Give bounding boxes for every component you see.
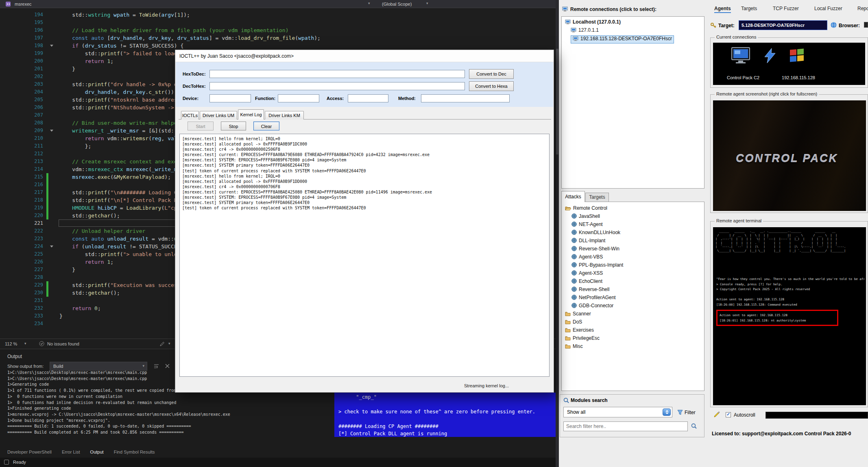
tab-local-fuzzer[interactable]: Local Fuzzer bbox=[814, 6, 842, 11]
hextodec-input[interactable] bbox=[209, 70, 465, 78]
output-panel-title: Output bbox=[7, 354, 22, 359]
line-number: 207 bbox=[0, 111, 43, 119]
line-number: 230 bbox=[0, 289, 43, 297]
remote-agent-screenshot[interactable]: CONTROL PACK bbox=[713, 100, 866, 211]
attack-category[interactable]: Exercises bbox=[565, 327, 594, 335]
filter-label[interactable]: Filter bbox=[685, 410, 696, 415]
code-line[interactable]: 195 bbox=[0, 19, 556, 26]
attack-category[interactable]: Remote Control bbox=[565, 205, 607, 213]
stop-button[interactable]: Stop bbox=[221, 122, 246, 130]
autoscroll-checkbox[interactable] bbox=[726, 412, 731, 417]
remote-agent-terminal[interactable]: ______ ______ .__ __. .___________..____… bbox=[713, 227, 866, 405]
zoom-level[interactable]: 112 % bbox=[5, 341, 17, 346]
function-input[interactable] bbox=[278, 94, 319, 102]
attacks-tree[interactable]: Remote ControlJavaShellNET-AgentKnownDLL… bbox=[561, 202, 704, 391]
target-input[interactable]: 5.128-DESKTOP-OA7E0FHscr bbox=[739, 20, 827, 30]
line-number: 231 bbox=[0, 297, 43, 304]
editor-vertical-scrollbar[interactable] bbox=[556, 0, 559, 467]
attack-module[interactable]: KnownDLLUnHook bbox=[571, 230, 620, 238]
chevron-down-icon[interactable]: ▾ bbox=[168, 341, 170, 345]
attack-module[interactable]: Agent-VBS bbox=[571, 254, 603, 262]
pencil-icon[interactable] bbox=[159, 341, 165, 348]
clear-button[interactable]: Clear bbox=[253, 122, 279, 130]
attack-category[interactable]: PrivilegeEsc bbox=[565, 335, 600, 343]
start-button[interactable]: Start bbox=[188, 122, 214, 130]
kernel-log-line: [msrexec.test] current: EPROCESS=FFFF8A0… bbox=[182, 152, 547, 157]
chevron-down-icon[interactable]: ▾ bbox=[368, 1, 370, 5]
scrollbar-thumb[interactable] bbox=[556, 49, 558, 154]
attack-module[interactable]: Agent-XSS bbox=[571, 270, 603, 278]
connection-tree-item[interactable]: 192.168.115.128-DESKTOP-OA7E0FHscr bbox=[571, 35, 674, 43]
dectohex-input[interactable] bbox=[209, 82, 465, 90]
clear-all-icon[interactable] bbox=[165, 363, 170, 370]
ioctl-title-bar[interactable]: IOCTL++ by Juan Sacco <jsacco@exploitpac… bbox=[175, 50, 554, 62]
convert-to-hexa-button[interactable]: Convert to Hexa bbox=[469, 81, 514, 91]
code-line[interactable]: 194 std::wstring wpath = ToWide(argv[1])… bbox=[0, 11, 556, 19]
brush-icon[interactable] bbox=[713, 411, 720, 419]
attack-module[interactable]: EchoClient bbox=[571, 278, 602, 287]
method-input[interactable] bbox=[421, 94, 510, 102]
attack-module[interactable]: DLL-Implant bbox=[571, 238, 605, 246]
fold-chevron-icon[interactable] bbox=[50, 130, 53, 132]
search-icon[interactable] bbox=[691, 423, 697, 430]
search-filter-input[interactable] bbox=[563, 421, 688, 431]
show-all-dropdown[interactable]: Show all bbox=[563, 407, 672, 417]
attack-module[interactable]: JavaShell bbox=[571, 213, 600, 222]
tab-output[interactable]: Output bbox=[90, 450, 104, 454]
code-line[interactable]: 196 // Load the helper driver from a fil… bbox=[0, 26, 556, 34]
tab-tcp-fuzzer[interactable]: TCP Fuzzer bbox=[773, 6, 799, 11]
output-source-dropdown[interactable]: Build ▾ bbox=[50, 362, 147, 371]
chevron-down-icon[interactable]: ▾ bbox=[426, 1, 428, 5]
attack-category[interactable]: Scanner bbox=[565, 311, 591, 319]
attack-category[interactable]: Misc bbox=[565, 343, 583, 352]
kernel-log-list[interactable]: [msrexec.test] hello from kernel; IRQL=0… bbox=[179, 134, 550, 377]
tab-attacks[interactable]: Attacks bbox=[561, 191, 585, 202]
line-number: 217 bbox=[0, 189, 43, 196]
chevron-down-icon[interactable]: ▾ bbox=[24, 341, 26, 345]
fold-chevron-icon[interactable] bbox=[50, 45, 53, 47]
attack-module[interactable]: Reverse-Shell-Win bbox=[571, 246, 619, 254]
tab-driver-links-um[interactable]: Driver Links UM bbox=[200, 111, 237, 119]
convert-to-dec-button[interactable]: Convert to Dec bbox=[469, 69, 514, 79]
windows-agent-icon[interactable] bbox=[788, 46, 806, 65]
attack-module[interactable]: Reverse-Shell bbox=[571, 287, 609, 295]
health-check-icon[interactable] bbox=[39, 341, 44, 347]
connection-tree-item[interactable]: 127.0.1.1 bbox=[571, 27, 599, 35]
attack-module[interactable]: NET-Agent bbox=[571, 222, 603, 230]
attack-module[interactable]: GDB-Connector bbox=[571, 303, 613, 311]
tab-kernel-log[interactable]: Kernel Log bbox=[238, 109, 264, 119]
tab-ioctls[interactable]: IOCTLs bbox=[181, 111, 199, 119]
change-bar bbox=[46, 281, 48, 289]
connection-tree-item[interactable]: Localhost (127.0.0.1) bbox=[565, 19, 621, 27]
attack-module[interactable]: NetProfilerAGent bbox=[571, 295, 616, 303]
attack-module[interactable]: PPL-Bypass-Implant bbox=[571, 262, 623, 270]
word-wrap-icon[interactable] bbox=[154, 363, 159, 370]
tab-reports[interactable]: Reports bbox=[857, 6, 868, 11]
c2-computer-icon[interactable] bbox=[731, 47, 750, 65]
tab-targets[interactable]: Targets bbox=[585, 193, 609, 202]
line-number: 203 bbox=[0, 80, 43, 88]
issues-status[interactable]: No issues found bbox=[47, 341, 79, 346]
ioctl-window[interactable]: IOCTL++ by Juan Sacco <jsacco@exploitpac… bbox=[175, 50, 554, 393]
agent-console-window[interactable]: "_cmp_"> check to make sure none of thes… bbox=[334, 393, 556, 437]
tab-driver-links-km[interactable]: Driver Links KM bbox=[265, 111, 304, 119]
code-line[interactable]: 198 if (drv_status != STATUS_SUCCESS) { bbox=[0, 42, 556, 50]
tab-targets[interactable]: Targets bbox=[741, 6, 757, 11]
code-line[interactable]: 197 const auto [drv_handle, drv_key, drv… bbox=[0, 34, 556, 42]
scope-dropdown-project[interactable]: msrexec bbox=[15, 2, 32, 7]
tab-developer-powershell[interactable]: Developer PowerShell bbox=[7, 450, 52, 454]
spinner-stepper[interactable] bbox=[663, 408, 671, 416]
scope-dropdown-global[interactable]: (Global Scope) bbox=[382, 2, 412, 7]
browser-checkbox[interactable] bbox=[864, 22, 868, 28]
hextodec-label: HexToDec: bbox=[183, 72, 206, 76]
attack-category[interactable]: DoS bbox=[565, 319, 582, 327]
tab-agents[interactable]: Agents bbox=[714, 6, 731, 13]
device-input[interactable] bbox=[209, 94, 251, 102]
terminal-command-field[interactable] bbox=[765, 412, 868, 419]
fold-chevron-icon[interactable] bbox=[50, 245, 53, 248]
access-input[interactable] bbox=[348, 94, 388, 102]
bottom-panel-tabs: Developer PowerShell Error List Output F… bbox=[0, 447, 556, 458]
remote-connections-tree[interactable]: Localhost (127.0.0.1)127.0.1.1192.168.11… bbox=[561, 16, 704, 189]
tab-error-list[interactable]: Error List bbox=[62, 450, 80, 454]
tab-find-symbol-results[interactable]: Find Symbol Results bbox=[114, 450, 155, 454]
